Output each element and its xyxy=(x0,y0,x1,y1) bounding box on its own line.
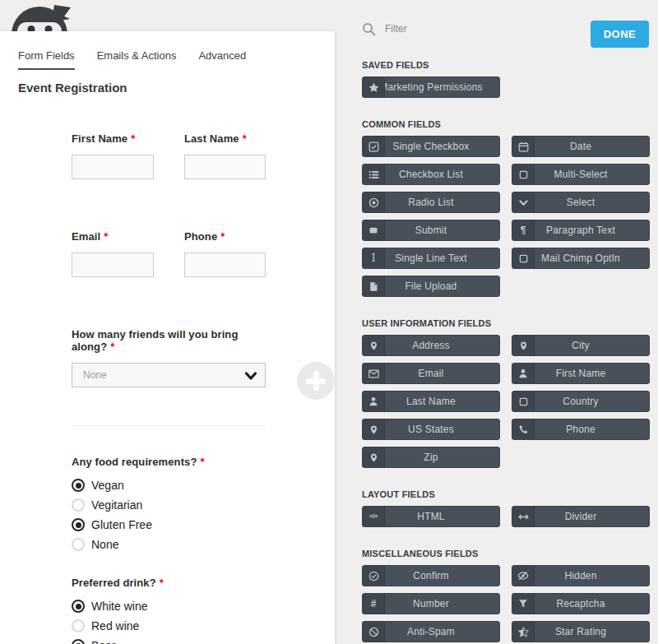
field-button-city[interactable]: City xyxy=(512,335,650,356)
field-button-date[interactable]: Date xyxy=(512,136,650,157)
field-button-star-rating[interactable]: Star Rating xyxy=(512,621,650,642)
builder-tabs: Form FieldsEmails & ActionsAdvanced xyxy=(0,31,335,70)
square-icon xyxy=(512,164,535,184)
radio-checked-icon[interactable] xyxy=(72,639,85,644)
radio-unchecked-icon[interactable] xyxy=(72,619,85,632)
radio-group-1: Preferred drink?*White wineRed wineBeerN… xyxy=(72,577,266,644)
list-icon xyxy=(363,164,385,184)
form-title: Event Registration xyxy=(18,81,317,95)
field-button-select[interactable]: Select xyxy=(512,192,650,213)
field-button-multi-select[interactable]: Multi-Select xyxy=(512,164,650,185)
radio-option-vegan[interactable]: Vegan xyxy=(72,475,266,495)
radio-checked-icon[interactable] xyxy=(72,600,85,613)
select-value: None xyxy=(83,369,107,381)
field-button-file-upload[interactable]: File Upload xyxy=(362,276,500,297)
field-button-anti-spam[interactable]: Anti-Spam xyxy=(362,621,500,642)
required-asterisk: * xyxy=(110,341,114,353)
radio-checked-icon[interactable] xyxy=(72,518,85,531)
radio-option-white-wine[interactable]: White wine xyxy=(72,596,266,616)
field-button-confirm[interactable]: Confirm xyxy=(362,565,500,586)
chevron-down-icon xyxy=(512,192,535,212)
section-title: MISCELLANEOUS FIELDS xyxy=(362,549,650,558)
radio-unchecked-icon[interactable] xyxy=(72,498,85,512)
fields-grid: AddressCityEmailFirst NameLast NameCount… xyxy=(362,335,650,468)
field-row: Email*Phone* xyxy=(72,230,266,277)
radio-checked-icon[interactable] xyxy=(72,479,85,492)
radio-group-0: Any food requirements?*VeganVegitarianGl… xyxy=(72,456,266,554)
radio-option-beer[interactable]: Beer xyxy=(72,636,266,644)
field-button-hidden[interactable]: Hidden xyxy=(512,565,650,586)
tab-emails-actions[interactable]: Emails & Actions xyxy=(97,49,177,70)
palette-section: LAYOUT FIELDSHTML</>Divider xyxy=(362,489,650,527)
radio-option-vegitarian[interactable]: Vegitarian xyxy=(72,495,266,515)
field-label: First Name* xyxy=(72,132,184,145)
field-button-first-name[interactable]: First Name xyxy=(512,363,650,384)
tab-form-fields[interactable]: Form Fields xyxy=(18,49,75,70)
field-divider xyxy=(72,425,266,426)
field-palette-panel: SAVED FIELDSMarketing PermissionsCOMMON … xyxy=(335,0,658,644)
add-field-button[interactable] xyxy=(297,362,335,400)
select-field-block: How many friends will you bring along?* … xyxy=(72,328,266,387)
email-input[interactable] xyxy=(72,253,154,277)
last-name-input[interactable] xyxy=(184,155,266,179)
fields-grid: HTML</>Divider xyxy=(362,506,650,527)
eye-slash-icon xyxy=(512,566,535,586)
section-title: SAVED FIELDS xyxy=(362,60,650,70)
field-label: Email* xyxy=(72,230,184,243)
field-button-phone[interactable]: Phone xyxy=(512,419,650,440)
phone-input[interactable] xyxy=(184,253,266,277)
radio-options: VeganVegitarianGluten FreeNone xyxy=(72,475,266,554)
field-button-single-checkbox[interactable]: Single Checkbox xyxy=(362,136,500,157)
star-half-icon xyxy=(512,622,535,642)
field-button-mail-chimp-optin[interactable]: Mail Chimp OptIn xyxy=(512,248,650,269)
radio-group-label: Any food requirements?* xyxy=(72,456,266,468)
section-title: USER INFORMATION FIELDS xyxy=(362,318,650,328)
radio-option-label: Red wine xyxy=(91,619,139,632)
fields-grid: ConfirmHiddenNumber#RecaptchaAnti-SpamSt… xyxy=(362,565,650,642)
field-button-checkbox-list[interactable]: Checkbox List xyxy=(362,164,500,185)
field-button-recaptcha[interactable]: Recaptcha xyxy=(512,593,650,614)
field-button-address[interactable]: Address xyxy=(362,335,500,356)
radio-option-none[interactable]: None xyxy=(72,535,266,554)
field-button-last-name[interactable]: Last Name xyxy=(362,391,500,412)
field-button-single-line-text[interactable]: Single Line TextI xyxy=(362,248,500,269)
search-icon xyxy=(362,22,376,36)
field-button-divider[interactable]: Divider xyxy=(512,506,650,527)
field-button-email[interactable]: Email xyxy=(362,363,500,384)
required-asterisk: * xyxy=(131,132,135,145)
field-button-number[interactable]: Number# xyxy=(362,593,500,614)
star-icon xyxy=(363,77,385,97)
field-label: Last Name* xyxy=(184,132,266,145)
radio-option-gluten-free[interactable]: Gluten Free xyxy=(72,515,266,535)
field-button-marketing-permissions[interactable]: Marketing Permissions xyxy=(362,76,500,98)
person-icon xyxy=(363,391,385,411)
friends-select[interactable]: None xyxy=(72,363,266,387)
chevron-down-icon xyxy=(244,370,257,382)
hash-icon: # xyxy=(363,594,385,614)
map-marker-icon xyxy=(363,419,385,439)
field-button-us-states[interactable]: US States xyxy=(362,419,500,440)
field-button-country[interactable]: Country xyxy=(512,391,650,412)
field-button-html[interactable]: HTML</> xyxy=(362,506,500,527)
radio-unchecked-icon[interactable] xyxy=(72,538,85,551)
filter-input[interactable] xyxy=(385,23,508,35)
first-name-input[interactable] xyxy=(72,155,154,179)
done-button[interactable]: DONE xyxy=(591,21,649,48)
tab-advanced[interactable]: Advanced xyxy=(198,49,246,70)
field-button-radio-list[interactable]: Radio List xyxy=(362,192,500,213)
field-button-paragraph-text[interactable]: Paragraph Text¶ xyxy=(512,220,650,241)
field-label: Phone* xyxy=(184,230,266,243)
radio-option-red-wine[interactable]: Red wine xyxy=(72,616,266,636)
required-asterisk: * xyxy=(104,230,108,243)
person-icon xyxy=(512,364,535,383)
radio-option-label: White wine xyxy=(91,600,147,613)
map-marker-icon xyxy=(363,336,385,355)
form-preview: First Name*Last Name*Email*Phone* How ma… xyxy=(72,132,266,644)
square-icon xyxy=(512,391,535,411)
field-button-zip[interactable]: Zip xyxy=(362,447,500,468)
fields-grid: Single CheckboxDateCheckbox ListMulti-Se… xyxy=(362,136,650,297)
code-icon: </> xyxy=(363,507,385,526)
required-asterisk: * xyxy=(200,456,204,468)
field-button-submit[interactable]: Submit xyxy=(362,220,500,241)
form-preview-panel: Form FieldsEmails & ActionsAdvanced Even… xyxy=(0,31,335,644)
